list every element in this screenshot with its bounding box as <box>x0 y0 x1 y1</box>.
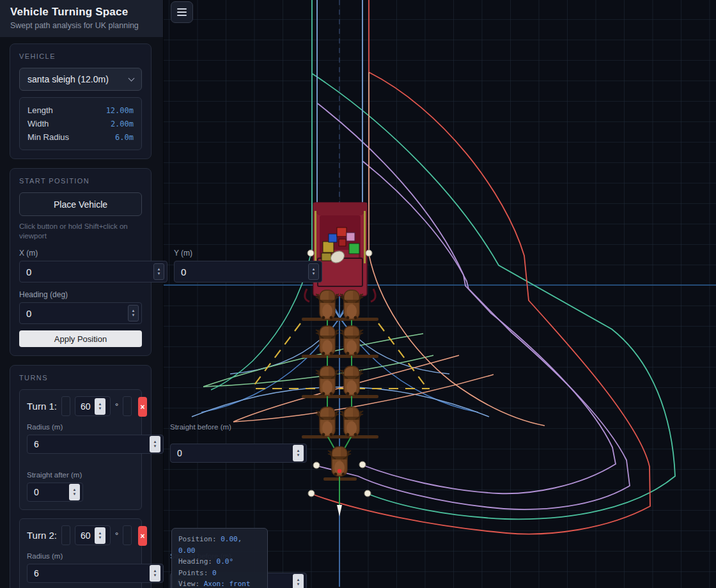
x-input[interactable] <box>26 267 153 277</box>
app-header: Vehicle Turning Space Swept path analysi… <box>0 0 163 37</box>
vehicle-select[interactable]: santa sleigh (12.0m) <box>19 68 142 91</box>
turn-1-straight-after-input[interactable] <box>34 487 69 497</box>
heading-input[interactable] <box>26 308 128 319</box>
scene-svg <box>164 0 716 588</box>
endpoint-marker[interactable] <box>308 490 315 497</box>
turn-2-direction-toggle[interactable] <box>61 525 70 545</box>
turn-2-angle-input[interactable] <box>81 530 95 541</box>
x-label: X (m) <box>19 249 167 258</box>
vehicle-section-title: VEHICLE <box>19 52 142 60</box>
status-hud: Position: 0.00, 0.00 Heading: 0.0° Point… <box>171 528 268 588</box>
turn-card-2: Turn 2: ▲▼ ° × Radius (m) ▲▼ <box>19 518 142 588</box>
endpoint-marker[interactable] <box>359 461 366 468</box>
y-spinner[interactable]: ▲▼ <box>308 263 319 280</box>
turns-title: TURNS <box>19 374 142 382</box>
degree-symbol: ° <box>115 530 118 540</box>
y-label: Y (m) <box>174 249 322 258</box>
turn-1-title: Turn 1: <box>27 401 57 412</box>
endpoint-marker[interactable] <box>313 462 320 468</box>
turn-1-angle-field: ▲▼ <box>75 396 111 416</box>
page-title: Vehicle Turning Space <box>10 6 153 19</box>
turn-1-delete-button[interactable]: × <box>138 397 147 417</box>
start-position-section: START POSITION Place Vehicle Click butto… <box>10 168 152 356</box>
vehicle-section: VEHICLE santa sleigh (12.0m) Length 12.0… <box>10 43 152 159</box>
vehicle-specs: Length 12.00m Width 2.00m Min Radius 6.0… <box>19 97 142 150</box>
turn-1-straight-after-field: ▲▼ <box>27 483 83 502</box>
spec-row-min-radius: Min Radius 6.0m <box>27 130 134 144</box>
turn-1-straight-after-spinner[interactable]: ▲▼ <box>69 484 80 500</box>
hamburger-icon <box>177 8 187 10</box>
apply-position-button[interactable]: Apply Position <box>19 330 142 347</box>
page-subtitle: Swept path analysis for UK planning <box>10 21 153 30</box>
start-position-title: START POSITION <box>19 177 142 185</box>
place-vehicle-hint: Click button or hold Shift+click on view… <box>19 222 142 241</box>
turn-1-radius-field: ▲▼ <box>27 435 164 454</box>
turn-1-straight-before-field: ▲▼ <box>170 444 307 463</box>
turn-2-angle-field: ▲▼ <box>75 525 111 545</box>
spec-row-width: Width 2.00m <box>27 117 134 130</box>
turn-2-radius-input[interactable] <box>34 568 150 578</box>
heading-label: Heading (deg) <box>19 290 142 299</box>
x-spinner[interactable]: ▲▼ <box>153 263 164 280</box>
turn-1-straight-after-label: Straight after (m) <box>27 470 83 479</box>
turn-2-radius-field: ▲▼ <box>27 564 164 583</box>
turns-section: TURNS Turn 1: ▲▼ ° × Radius (m) <box>10 365 152 588</box>
turn-1-radius-input[interactable] <box>34 439 150 449</box>
y-input[interactable] <box>181 267 308 277</box>
endpoint-marker[interactable] <box>364 490 371 497</box>
hud-heading-row: Heading: 0.0° <box>178 556 261 568</box>
turn-1-angle-spinner[interactable]: ▲▼ <box>95 398 105 415</box>
chevron-down-icon <box>128 75 135 82</box>
turn-1-radius-label: Radius (m) <box>27 422 164 431</box>
turn-2-radius-label: Radius (m) <box>27 552 164 561</box>
turn-card-1: Turn 1: ▲▼ ° × Radius (m) ▲▼ <box>19 389 142 510</box>
turn-2-straight-before-spinner[interactable]: ▲▼ <box>293 574 304 588</box>
turn-2-title: Turn 2: <box>27 530 57 541</box>
heading-field: ▲▼ <box>19 302 142 324</box>
sidebar: Vehicle Turning Space Swept path analysi… <box>0 0 164 588</box>
turn-1-straight-before-spinner[interactable]: ▲▼ <box>293 445 304 461</box>
turn-1-option-box[interactable] <box>123 396 132 416</box>
x-field: ▲▼ <box>19 261 167 282</box>
degree-symbol: ° <box>115 401 118 411</box>
turn-1-angle-input[interactable] <box>81 401 95 412</box>
turn-2-radius-spinner[interactable]: ▲▼ <box>150 565 160 582</box>
heading-spinner[interactable]: ▲▼ <box>128 305 139 321</box>
viewport-canvas[interactable]: Position: 0.00, 0.00 Heading: 0.0° Point… <box>164 0 716 588</box>
turn-1-direction-toggle[interactable] <box>61 396 70 416</box>
vehicle-turning-space-app: Vehicle Turning Space Swept path analysi… <box>0 0 716 588</box>
turn-1-straight-before-label: Straight before (m) <box>170 422 307 440</box>
turn-2-delete-button[interactable]: × <box>138 526 147 546</box>
rudolph-red-nose <box>338 469 341 473</box>
spec-row-length: Length 12.00m <box>27 104 134 117</box>
place-vehicle-button[interactable]: Place Vehicle <box>19 192 142 216</box>
y-field: ▲▼ <box>174 261 322 282</box>
turn-1-radius-spinner[interactable]: ▲▼ <box>150 436 160 453</box>
vehicle-select-value: santa sleigh (12.0m) <box>27 74 109 84</box>
hud-view-row: View: Axon: front <box>178 578 261 588</box>
hud-points-row: Points: 0 <box>178 568 261 579</box>
menu-button[interactable] <box>171 1 193 23</box>
endpoint-marker[interactable] <box>366 250 372 256</box>
turn-2-option-box[interactable] <box>123 525 132 545</box>
turn-2-angle-spinner[interactable]: ▲▼ <box>95 527 105 544</box>
hud-position-row: Position: 0.00, 0.00 <box>178 534 261 556</box>
turn-1-straight-before-input[interactable] <box>177 448 293 458</box>
